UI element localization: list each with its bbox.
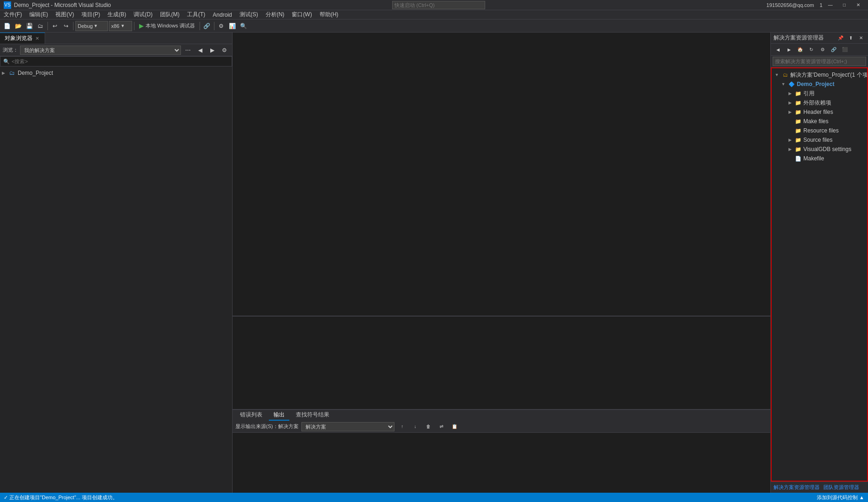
output-scroll-up-button[interactable]: ↑ bbox=[397, 422, 407, 432]
maximize-button[interactable]: □ bbox=[838, 0, 850, 10]
browse-selector[interactable]: 我的解决方案 bbox=[20, 46, 181, 55]
makefile-label: Makefile bbox=[803, 155, 824, 162]
menu-item-编辑e[interactable]: 编辑(E) bbox=[26, 10, 52, 20]
user-rank-badge: 1 bbox=[820, 2, 822, 8]
tab-find-results[interactable]: 查找符号结果 bbox=[291, 410, 334, 421]
sol-item-external-deps[interactable]: ▶ 📁 外部依赖项 bbox=[772, 98, 867, 107]
output-word-wrap-button[interactable]: ⇌ bbox=[436, 422, 447, 432]
sol-item-header-files[interactable]: ▶ 📁 Header files bbox=[772, 107, 867, 117]
browse-back-button[interactable]: ◀ bbox=[195, 45, 205, 55]
editor-top-pane[interactable] bbox=[233, 33, 770, 316]
output-scroll-down-button[interactable]: ↓ bbox=[410, 422, 421, 432]
run-debugger-button[interactable]: ▶ 本地 Windows 调试器 bbox=[136, 22, 198, 29]
se-sync-button[interactable]: ↻ bbox=[806, 45, 816, 55]
menu-item-团队m[interactable]: 团队(M) bbox=[156, 10, 183, 20]
tree-item-demo-project[interactable]: ▶ 🗂 Demo_Project bbox=[0, 68, 232, 78]
object-browser-panel: 对象浏览器 ✕ 浏览： 我的解决方案 ⋯ ◀ ▶ ⚙ 🔍 bbox=[0, 33, 233, 493]
open-button[interactable]: 📂 bbox=[13, 21, 23, 31]
browse-options-button[interactable]: ⋯ bbox=[183, 45, 193, 55]
external-deps-label: 外部依赖项 bbox=[803, 99, 831, 107]
editor-bottom-pane[interactable] bbox=[233, 316, 770, 409]
titlebar: VS Demo_Project - Microsoft Visual Studi… bbox=[0, 0, 868, 10]
menu-item-项目p[interactable]: 项目(P) bbox=[78, 10, 104, 20]
sol-item-solution[interactable]: ▼ 🗂 解决方案'Demo_Project'(1 个项目) bbox=[772, 70, 867, 79]
resource-files-label: Resource files bbox=[803, 127, 839, 134]
project-label: Demo_Project bbox=[18, 70, 53, 76]
output-panel: 错误列表 输出 查找符号结果 显示输出来源(S)：解决方案 bbox=[233, 409, 770, 493]
editor-solution-wrapper: 错误列表 输出 查找符号结果 显示输出来源(S)：解决方案 bbox=[233, 33, 868, 493]
toolbar-btn-c[interactable]: 🔍 bbox=[239, 21, 249, 31]
status-message: ✓ 正在创建项目"Demo_Project"... 项目创建成功。 bbox=[4, 494, 118, 501]
menu-item-分析n[interactable]: 分析(N) bbox=[262, 10, 288, 20]
save-button[interactable]: 💾 bbox=[24, 21, 34, 31]
browse-label: 浏览： bbox=[3, 46, 18, 53]
menu-item-帮助h[interactable]: 帮助(H) bbox=[316, 10, 342, 20]
expand-references: ▶ bbox=[787, 91, 793, 96]
menu-item-视图v[interactable]: 视图(V) bbox=[52, 10, 78, 20]
browse-settings-button[interactable]: ⚙ bbox=[219, 45, 229, 55]
solution-explorer-tree: ▼ 🗂 解决方案'Demo_Project'(1 个项目) ▼ 🔷 Demo_P… bbox=[771, 67, 868, 482]
sol-item-make-files[interactable]: ▶ 📁 Make files bbox=[772, 117, 867, 126]
menu-item-调试d[interactable]: 调试(D) bbox=[130, 10, 156, 20]
solution-explorer-title: 解决方案资源管理器 bbox=[774, 34, 835, 42]
close-button[interactable]: ✕ bbox=[852, 0, 864, 10]
sol-item-source-files[interactable]: ▶ 📁 Source files bbox=[772, 135, 867, 145]
menu-item-android[interactable]: Android bbox=[209, 10, 235, 20]
browse-forward-button[interactable]: ▶ bbox=[207, 45, 217, 55]
quick-launch-input[interactable] bbox=[392, 1, 485, 9]
se-filter-button[interactable]: 🔗 bbox=[828, 45, 839, 55]
pin-solution-explorer[interactable]: 📌 bbox=[836, 34, 845, 42]
output-copy-button[interactable]: 📋 bbox=[449, 422, 460, 432]
close-solution-explorer[interactable]: ✕ bbox=[857, 34, 865, 42]
sol-item-references[interactable]: ▶ 📁 引用 bbox=[772, 89, 867, 98]
toolbar-btn-b[interactable]: 📊 bbox=[227, 21, 238, 31]
solution-search-input[interactable] bbox=[773, 57, 866, 66]
toolbar-separator-2 bbox=[73, 22, 73, 30]
solution-label: 解决方案'Demo_Project'(1 个项目) bbox=[790, 71, 868, 79]
save-all-button[interactable]: 🗂 bbox=[35, 21, 46, 31]
sol-item-makefile[interactable]: ▶ 📄 Makefile bbox=[772, 154, 867, 163]
se-expand-button[interactable]: ⬛ bbox=[840, 45, 850, 55]
se-forward-button[interactable]: ▶ bbox=[784, 45, 794, 55]
project-icon: 🔷 bbox=[788, 80, 795, 88]
new-project-button[interactable]: 📄 bbox=[2, 21, 12, 31]
main-toolbar: 📄 📂 💾 🗂 ↩ ↪ Debug ▾ x86 ▾ ▶ 本地 Windows 调… bbox=[0, 20, 868, 33]
statusbar: ✓ 正在创建项目"Demo_Project"... 项目创建成功。 添加到源代码… bbox=[0, 493, 868, 502]
output-source-selector[interactable]: 解决方案 bbox=[301, 422, 394, 431]
menu-item-测试s[interactable]: 测试(S) bbox=[236, 10, 262, 20]
platform-selector[interactable]: x86 ▾ bbox=[109, 21, 132, 31]
tab-object-browser[interactable]: 对象浏览器 ✕ bbox=[0, 33, 45, 44]
menu-item-生成b[interactable]: 生成(B) bbox=[104, 10, 130, 20]
close-object-browser-tab[interactable]: ✕ bbox=[34, 36, 40, 41]
undo-button[interactable]: ↩ bbox=[50, 21, 60, 31]
menu-item-文件f[interactable]: 文件(F) bbox=[0, 10, 26, 20]
expand-icon: ▶ bbox=[2, 71, 7, 75]
se-settings-button[interactable]: ⚙ bbox=[817, 45, 828, 55]
team-explorer-link[interactable]: 团队资源管理器 bbox=[823, 484, 859, 491]
output-clear-button[interactable]: 🗑 bbox=[423, 422, 434, 432]
visualgdb-settings-label: VisualGDB settings bbox=[803, 146, 851, 152]
attach-button[interactable]: 🔗 bbox=[202, 21, 212, 31]
float-solution-explorer[interactable]: ⬆ bbox=[847, 34, 855, 42]
makefile-icon: 📄 bbox=[795, 155, 802, 162]
solution-explorer-toolbar: ◀ ▶ 🏠 ↻ ⚙ 🔗 ⬛ bbox=[771, 44, 868, 56]
se-home-button[interactable]: 🏠 bbox=[795, 45, 805, 55]
output-source-label: 显示输出来源(S)：解决方案 bbox=[235, 423, 299, 430]
sol-item-resource-files[interactable]: ▶ 📁 Resource files bbox=[772, 126, 867, 135]
sol-item-visualgdb-settings[interactable]: ▶ 📁 VisualGDB settings bbox=[772, 145, 867, 154]
tab-output[interactable]: 输出 bbox=[269, 410, 289, 421]
redo-button[interactable]: ↪ bbox=[61, 21, 71, 31]
toolbar-btn-a[interactable]: ⚙ bbox=[216, 21, 227, 31]
tab-error-list[interactable]: 错误列表 bbox=[235, 410, 267, 421]
object-search-input[interactable] bbox=[12, 59, 229, 64]
menu-item-工具t[interactable]: 工具(T) bbox=[183, 10, 209, 20]
sol-item-project[interactable]: ▼ 🔷 Demo_Project bbox=[772, 79, 867, 89]
menu-item-窗口w[interactable]: 窗口(W) bbox=[288, 10, 315, 20]
minimize-button[interactable]: — bbox=[824, 0, 836, 10]
source-files-icon: 📁 bbox=[795, 136, 802, 144]
solution-explorer-link[interactable]: 解决方案资源管理器 bbox=[774, 484, 820, 491]
status-right[interactable]: 添加到源代码控制 ▲ bbox=[817, 494, 864, 501]
menubar: 文件(F)编辑(E)视图(V)项目(P)生成(B)调试(D)团队(M)工具(T)… bbox=[0, 10, 868, 20]
se-back-button[interactable]: ◀ bbox=[773, 45, 783, 55]
debug-config-selector[interactable]: Debug ▾ bbox=[75, 21, 108, 31]
